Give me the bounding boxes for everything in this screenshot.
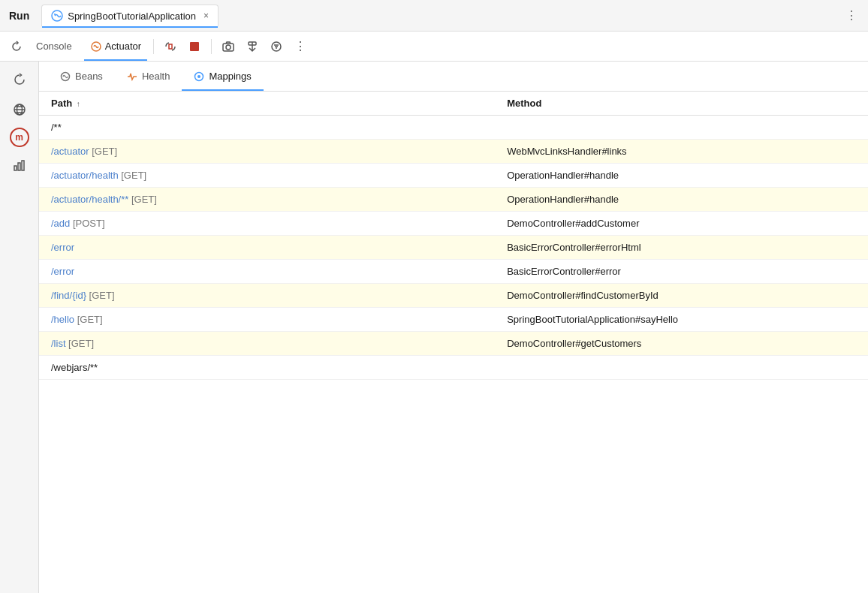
filter-icon <box>270 41 282 53</box>
method-cell: OperationHandler#handle <box>495 164 868 188</box>
title-bar-more-button[interactable]: ⋮ <box>845 8 859 23</box>
tab-mappings[interactable]: Mappings <box>182 62 263 91</box>
content-area: Beans Health Mappings <box>39 62 868 593</box>
svg-rect-3 <box>169 44 172 49</box>
toolbar: Console Actuator <box>0 32 868 62</box>
method-cell: SpringBootTutorialApplication#sayHello <box>495 308 868 332</box>
tab-close-button[interactable]: × <box>203 11 209 21</box>
method-cell: WebMvcLinksHandler#links <box>495 140 868 164</box>
main-layout: m Beans Health <box>0 62 868 593</box>
svg-rect-14 <box>14 166 17 170</box>
path-http-method: [GET] <box>86 290 115 301</box>
path-link[interactable]: /actuator/health/** <box>51 194 128 205</box>
camera-icon <box>222 41 234 53</box>
svg-point-19 <box>197 75 200 78</box>
more-button[interactable]: ⋮ <box>290 36 311 57</box>
path-link[interactable]: /find/{id} <box>51 290 86 301</box>
tab-beans-label: Beans <box>75 71 103 82</box>
filter-button[interactable] <box>266 36 287 57</box>
table-row[interactable]: /actuator/health/** [GET]OperationHandle… <box>39 188 868 212</box>
jump-icon <box>246 41 258 53</box>
table-row[interactable]: /** <box>39 116 868 140</box>
table-row[interactable]: /actuator [GET]WebMvcLinksHandler#links <box>39 140 868 164</box>
svg-point-6 <box>226 45 231 50</box>
path-cell: /error <box>39 236 495 260</box>
table-row[interactable]: /errorBasicErrorController#error <box>39 260 868 284</box>
path-http-method: [GET] <box>128 194 157 205</box>
path-link[interactable]: /actuator <box>51 146 89 157</box>
jump-button[interactable] <box>242 36 263 57</box>
path-link[interactable]: /error <box>51 242 74 253</box>
console-tab[interactable]: Console <box>30 41 78 52</box>
table-row[interactable]: /find/{id} [GET]DemoController#findCusto… <box>39 284 868 308</box>
table-row[interactable]: /list [GET]DemoController#getCustomers <box>39 332 868 356</box>
stop-icon <box>189 41 200 52</box>
sidebar-refresh-icon <box>13 73 26 86</box>
reload-button[interactable] <box>160 36 181 57</box>
method-cell <box>495 116 868 140</box>
path-link[interactable]: /add <box>51 218 70 229</box>
stop-button[interactable] <box>184 36 205 57</box>
health-tab-icon <box>127 71 137 82</box>
table-row[interactable]: /actuator/health [GET]OperationHandler#h… <box>39 164 868 188</box>
chart-icon <box>13 158 26 172</box>
table-row[interactable]: /add [POST]DemoController#addCustomer <box>39 212 868 236</box>
path-column-header[interactable]: Path ↑ <box>39 92 495 116</box>
path-cell: /hello [GET] <box>39 308 495 332</box>
method-cell: BasicErrorController#error <box>495 260 868 284</box>
globe-icon <box>13 103 26 116</box>
table-row[interactable]: /hello [GET]SpringBootTutorialApplicatio… <box>39 308 868 332</box>
tab-beans[interactable]: Beans <box>48 62 115 91</box>
tab-health-label: Health <box>142 71 170 82</box>
tab-health[interactable]: Health <box>115 62 182 91</box>
method-cell <box>495 356 868 380</box>
path-cell: /actuator/health/** [GET] <box>39 188 495 212</box>
svg-rect-16 <box>22 161 24 170</box>
path-http-method: [POST] <box>70 218 104 229</box>
actuator-tab-label: Actuator <box>105 41 141 52</box>
table-container: Path ↑ Method /**/actuator [GET]WebMvcLi… <box>39 92 868 593</box>
separator-1 <box>153 39 154 54</box>
refresh-icon <box>11 41 23 53</box>
path-http-method: [GET] <box>119 170 147 181</box>
more-icon: ⋮ <box>294 39 306 53</box>
path-link[interactable]: /error <box>51 266 74 277</box>
beans-tab-icon <box>60 71 71 82</box>
app-tab[interactable]: SpringBootTutorialApplication × <box>41 5 219 26</box>
sidebar-m-button[interactable]: m <box>10 128 29 147</box>
table-row[interactable]: /webjars/** <box>39 356 868 380</box>
method-cell: DemoController#findCustomerById <box>495 284 868 308</box>
path-link[interactable]: /hello <box>51 314 74 325</box>
path-cell: /add [POST] <box>39 212 495 236</box>
svg-rect-15 <box>18 163 20 170</box>
path-link[interactable]: /actuator/health <box>51 170 119 181</box>
sidebar: m <box>0 62 39 593</box>
reload-icon <box>164 41 176 53</box>
app-icon <box>51 10 63 22</box>
path-cell: /actuator/health [GET] <box>39 164 495 188</box>
path-http-method: [GET] <box>89 146 118 157</box>
method-cell: BasicErrorController#errorHtml <box>495 236 868 260</box>
m-label: m <box>15 132 23 143</box>
camera-button[interactable] <box>218 36 239 57</box>
table-header-row: Path ↑ Method <box>39 92 868 116</box>
sidebar-refresh-button[interactable] <box>8 68 32 92</box>
actuator-tab[interactable]: Actuator <box>84 32 147 61</box>
mappings-table: Path ↑ Method /**/actuator [GET]WebMvcLi… <box>39 92 868 380</box>
method-column-header[interactable]: Method <box>495 92 868 116</box>
separator-2 <box>211 39 212 54</box>
run-label: Run <box>9 10 29 22</box>
sort-arrow: ↑ <box>77 100 80 108</box>
table-row[interactable]: /errorBasicErrorController#errorHtml <box>39 236 868 260</box>
path-cell: /error <box>39 260 495 284</box>
method-cell: DemoController#addCustomer <box>495 212 868 236</box>
sidebar-chart-button[interactable] <box>8 153 32 177</box>
path-http-method: [GET] <box>66 338 95 349</box>
sidebar-globe-button[interactable] <box>8 98 32 122</box>
svg-rect-4 <box>190 42 199 51</box>
path-link[interactable]: /list <box>51 338 66 349</box>
tab-mappings-label: Mappings <box>209 71 251 82</box>
refresh-button[interactable] <box>6 36 27 57</box>
path-cell: /list [GET] <box>39 332 495 356</box>
mappings-tab-icon <box>194 71 204 82</box>
